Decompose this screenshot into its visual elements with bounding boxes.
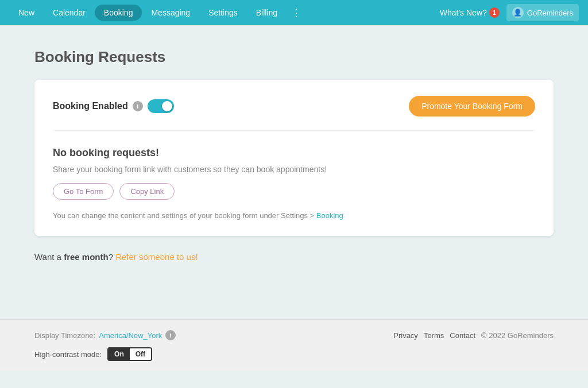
nav-calendar[interactable]: Calendar [44,5,95,21]
user-avatar-icon: 👤 [512,7,524,18]
settings-hint: You can change the content and settings … [53,211,535,220]
nav-more-icon[interactable]: ⋮ [287,4,307,21]
terms-link[interactable]: Terms [424,331,444,340]
no-booking-title: No booking requests! [53,147,535,159]
booking-enabled-row: Booking Enabled i Promote Your Booking F… [53,96,535,131]
go-to-form-button[interactable]: Go To Form [53,183,114,200]
action-buttons: Go To Form Copy Link [53,183,535,200]
page-title: Booking Requests [34,48,554,66]
settings-booking-link[interactable]: Booking [316,211,343,220]
timezone-label: Display Timezone: [34,331,95,340]
referral-section: Want a free month? Refer someone to us! [34,252,554,273]
nav-new[interactable]: New [9,5,44,21]
nav-booking[interactable]: Booking [95,5,142,21]
footer: Display Timezone: America/New_York i Pri… [0,319,588,371]
timezone-section: Display Timezone: America/New_York i [34,330,176,340]
toggle-track [148,99,174,113]
footer-links: Privacy Terms Contact © 2022 GoReminders [393,331,554,340]
whats-new-label: What's New? [440,8,487,17]
contrast-on[interactable]: On [109,348,130,360]
nav-right: What's New? 1 👤 GoReminders [440,4,579,21]
privacy-link[interactable]: Privacy [393,331,418,340]
user-menu-button[interactable]: 👤 GoReminders [506,4,579,21]
referral-prefix: Want a [34,252,64,262]
booking-enabled-toggle[interactable] [148,99,174,113]
toggle-thumb [162,101,172,111]
empty-state: No booking requests! Share your booking … [53,147,535,220]
info-icon[interactable]: i [133,101,143,111]
referral-link[interactable]: Refer someone to us! [115,252,198,262]
booking-enabled-label: Booking Enabled [53,101,128,111]
nav-settings[interactable]: Settings [199,5,247,21]
booking-card: Booking Enabled i Promote Your Booking F… [34,80,554,236]
whats-new-button[interactable]: What's New? 1 [440,7,500,18]
contrast-label: High-contrast mode: [34,350,102,359]
referral-suffix: ? [109,252,113,262]
settings-hint-text: You can change the content and settings … [53,211,314,220]
timezone-value[interactable]: America/New_York [99,331,162,340]
main-content: Booking Requests Booking Enabled i Promo… [0,25,588,273]
nav-messaging[interactable]: Messaging [142,5,199,21]
nav-billing[interactable]: Billing [247,5,287,21]
notification-badge: 1 [489,7,500,18]
navbar: New Calendar Booking Messaging Settings … [0,0,588,25]
copyright: © 2022 GoReminders [481,331,554,340]
booking-enabled-left: Booking Enabled i [53,99,174,113]
timezone-info-icon[interactable]: i [165,330,176,340]
promote-button[interactable]: Promote Your Booking Form [409,96,535,117]
nav-left: New Calendar Booking Messaging Settings … [9,4,440,21]
no-booking-description: Share your booking form link with custom… [53,165,535,174]
copy-link-button[interactable]: Copy Link [119,183,175,200]
user-label: GoReminders [527,9,573,17]
contrast-row: High-contrast mode: On Off [34,347,554,361]
contrast-toggle[interactable]: On Off [107,347,152,361]
referral-highlight: free month [64,252,109,262]
footer-row1: Display Timezone: America/New_York i Pri… [34,330,554,340]
contrast-off[interactable]: Off [130,348,151,360]
contact-link[interactable]: Contact [450,331,475,340]
